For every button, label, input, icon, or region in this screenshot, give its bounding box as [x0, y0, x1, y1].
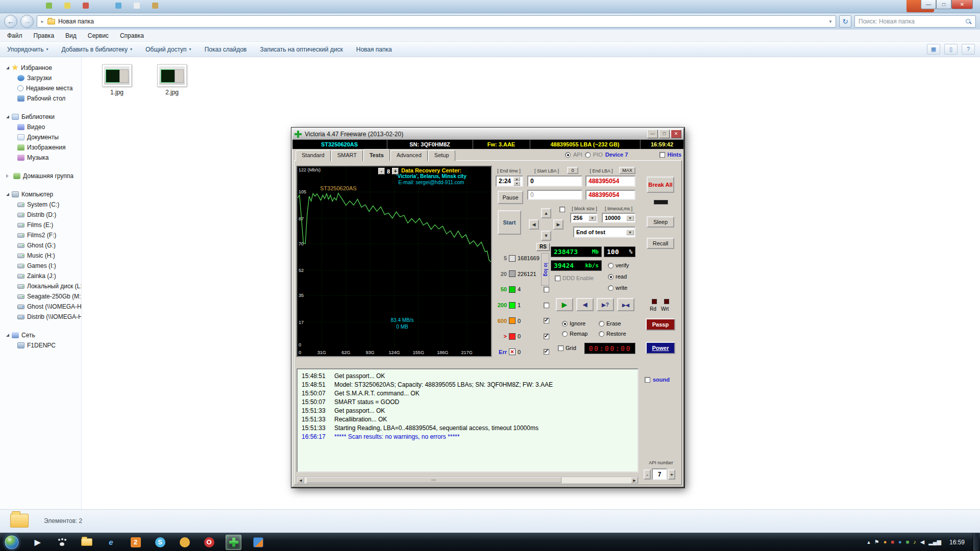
tray-antivirus-icon[interactable]: ■ — [891, 539, 894, 545]
jump-button[interactable] — [617, 298, 634, 311]
bin-checkbox[interactable] — [544, 303, 549, 308]
sidebar-section-header[interactable]: Компьютер — [0, 189, 81, 199]
volume-icon[interactable]: ◀ — [920, 539, 924, 545]
toolbar-button[interactable]: Добавить в библиотеку▾ — [61, 46, 132, 53]
sidebar-item[interactable]: Загрузки — [0, 73, 81, 83]
close-button[interactable] — [671, 130, 681, 138]
sidebar-item[interactable]: Ghost (G:) — [0, 240, 81, 251]
restore-radio[interactable] — [599, 331, 604, 337]
help-button[interactable]: ? — [962, 44, 975, 55]
file-item[interactable]: 1.jpg — [101, 64, 133, 96]
tray-app-blue-icon[interactable]: ● — [898, 539, 902, 545]
sleep-button[interactable]: Sleep — [647, 216, 674, 228]
sidebar-item[interactable]: Music (H:) — [0, 251, 81, 261]
power-button[interactable]: Power — [646, 342, 675, 354]
back-button[interactable] — [4, 15, 17, 28]
play-button[interactable] — [556, 298, 573, 311]
address-bar[interactable]: Новая папка — [37, 15, 836, 28]
verify-radio[interactable] — [608, 263, 614, 268]
arrow-up-button[interactable]: ▲ — [541, 208, 551, 218]
pio-radio[interactable] — [585, 152, 591, 158]
sound-checkbox[interactable] — [645, 377, 650, 383]
tab-advanced[interactable]: Advanced — [390, 150, 428, 161]
sidebar-item[interactable]: Локальный диск (L: — [0, 281, 81, 291]
hints-checkbox[interactable] — [659, 152, 665, 158]
sidebar-item[interactable]: System (C:) — [0, 199, 81, 210]
expander-icon[interactable] — [6, 193, 9, 196]
preview-pane-button[interactable]: ▯ — [944, 44, 958, 55]
tab-smart[interactable]: SMART — [331, 150, 363, 161]
minimize-button[interactable] — [647, 130, 658, 138]
bin-checkbox[interactable] — [544, 287, 549, 292]
minimize-button[interactable] — [921, 0, 936, 9]
expander-icon[interactable] — [6, 66, 9, 69]
api-number-field[interactable]: 7 — [652, 468, 667, 480]
passport-button[interactable]: Passp — [646, 318, 675, 331]
expander-icon[interactable] — [6, 174, 11, 178]
pause-button[interactable]: Pause — [498, 191, 523, 204]
scroll-left-button[interactable] — [297, 477, 304, 483]
sidebar-item[interactable]: Музыка — [0, 153, 81, 163]
menu-item[interactable]: Правка — [34, 32, 55, 39]
bin-checkbox[interactable] — [544, 349, 549, 355]
start-button[interactable] — [4, 535, 19, 550]
show-desktop-button[interactable] — [973, 533, 979, 551]
menu-item[interactable]: Вид — [65, 32, 77, 39]
expander-icon[interactable] — [6, 115, 9, 118]
expander-icon[interactable] — [6, 334, 9, 337]
sidebar-item[interactable]: F1DENPC — [0, 340, 81, 350]
tray-app-green-icon[interactable]: ■ — [906, 539, 910, 545]
step-back-button[interactable] — [576, 298, 594, 311]
taskbar-clock[interactable]: 16:59 — [949, 539, 965, 546]
api-increase-button[interactable]: + — [668, 469, 675, 480]
tab-setup[interactable]: Setup — [428, 150, 455, 161]
maximize-button[interactable] — [936, 0, 951, 9]
victoria-icon[interactable] — [226, 535, 241, 550]
tray-update-icon[interactable]: ● — [884, 539, 887, 545]
sidebar-item[interactable]: Ghost (\\IOMEGA-H — [0, 302, 81, 312]
block-size-combo[interactable]: 256 — [570, 213, 598, 223]
sidebar-item[interactable]: Изображения — [0, 142, 81, 153]
speed-graph[interactable]: - 8 + Data Recovery Center: 'Victoria', … — [297, 166, 492, 357]
toolbar-button[interactable]: Показ слайдов — [205, 46, 247, 53]
erase-radio[interactable] — [599, 321, 604, 327]
breadcrumb[interactable]: Новая папка — [58, 18, 94, 25]
toolbar-button[interactable]: Упорядочить▾ — [7, 46, 48, 53]
file-item[interactable]: 2.jpg — [156, 64, 188, 96]
maximize-button[interactable] — [659, 130, 670, 138]
arrow-left-button[interactable]: ◀ — [529, 219, 539, 230]
recall-button[interactable]: Recall — [647, 238, 674, 249]
paw-app-icon[interactable] — [54, 535, 70, 550]
tray-flag-icon[interactable]: ⚑ — [874, 539, 879, 545]
break-all-button[interactable]: Break All — [647, 177, 674, 193]
ignore-radio[interactable] — [562, 321, 568, 327]
zero-button[interactable]: 0 — [567, 167, 578, 174]
tray-music-icon[interactable]: ♪ — [913, 539, 916, 545]
sidebar-item[interactable]: Zainka (J:) — [0, 271, 81, 281]
sidebar-item[interactable]: Рабочий стол — [0, 93, 81, 104]
sidebar-item[interactable]: Документы — [0, 132, 81, 142]
device-label[interactable]: Device 7 — [605, 152, 628, 158]
arrow-right-button[interactable]: ▶ — [553, 219, 564, 230]
toolbar-button[interactable]: Новая папка — [356, 46, 392, 53]
toolbar-button[interactable]: Записать на оптический диск — [260, 46, 343, 53]
zoom-in-button[interactable]: + — [392, 168, 399, 174]
tab-tests[interactable]: Tests — [363, 149, 390, 161]
api-decrease-button[interactable]: - — [644, 469, 651, 480]
network-icon[interactable]: ▂▄▆ — [928, 539, 941, 545]
close-button[interactable] — [951, 0, 973, 9]
sidebar-section-header[interactable]: Библиотеки — [0, 111, 81, 122]
max-button[interactable]: MAX — [619, 167, 635, 174]
rs-button[interactable]: RS — [536, 243, 550, 251]
skype-icon[interactable]: S — [152, 535, 168, 550]
horizontal-scrollbar[interactable] — [297, 477, 639, 484]
internet-explorer-icon[interactable]: e — [103, 535, 119, 550]
sidebar-item[interactable]: Games (I:) — [0, 261, 81, 271]
tab-standard[interactable]: Standard — [296, 150, 331, 161]
address-dropdown-icon[interactable] — [828, 19, 832, 24]
arrow-down-button[interactable]: ▼ — [541, 231, 551, 241]
option-checkbox[interactable] — [559, 207, 565, 212]
menu-item[interactable]: Справка — [120, 32, 144, 39]
opera-icon[interactable]: O — [201, 535, 217, 550]
spinner[interactable]: ▲▼ — [513, 177, 520, 186]
